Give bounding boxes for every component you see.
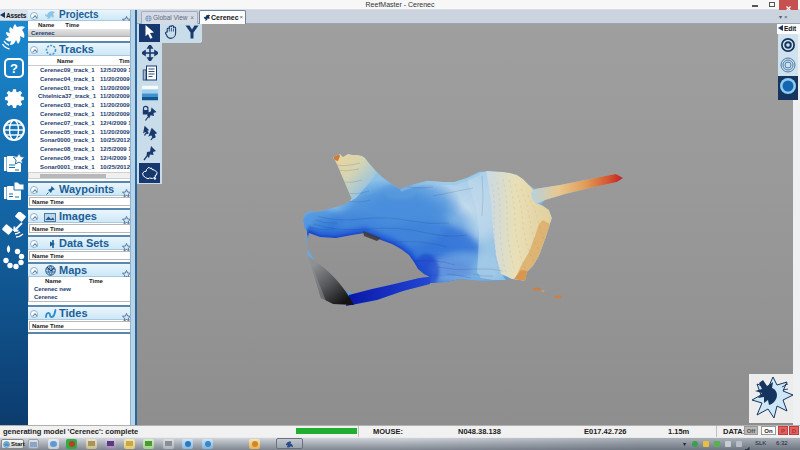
svg-text:?: ? [10, 61, 18, 76]
